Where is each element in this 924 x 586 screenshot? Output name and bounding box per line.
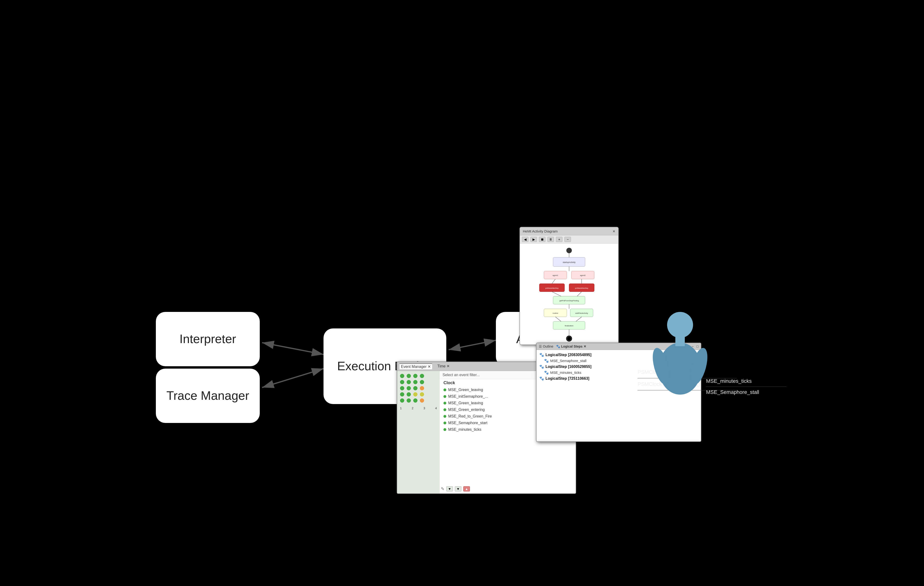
event-dot-5 — [444, 415, 446, 418]
down2-btn[interactable]: ▼ — [455, 486, 461, 492]
dots-row-4 — [400, 392, 437, 397]
dot-yellow-1 — [413, 392, 417, 397]
dot-green-12 — [400, 392, 404, 397]
main-diagram: Execution Engine Interpreter Trace Manag… — [0, 0, 924, 586]
dot-yellow-2 — [420, 392, 424, 397]
event-manager-tab[interactable]: Event Manager ✕ — [399, 363, 432, 369]
dots-row-3 — [400, 386, 437, 391]
right-panel-item-2: MSE_Semaphore_stall — [706, 387, 786, 398]
dot-green-6 — [407, 380, 411, 384]
dot-green-15 — [407, 398, 411, 403]
svg-text:agent2: agent2 — [580, 274, 586, 276]
dot-orange-2 — [420, 398, 424, 403]
svg-line-3 — [262, 369, 323, 387]
dot-green-2 — [407, 374, 411, 378]
activity-window-body: startupActivity agent1 agent2 prdWasteMa… — [520, 243, 618, 344]
activity-window-titlebar: HeMt Activity Diagram ✕ — [520, 227, 618, 235]
activity-window-close[interactable]: ✕ — [612, 229, 615, 233]
svg-point-27 — [567, 337, 571, 340]
dot-green-11 — [413, 386, 417, 391]
dot-green-10 — [407, 386, 411, 391]
filter-placeholder: Select an event filter... — [442, 373, 480, 377]
clock-label: Clock — [444, 381, 455, 385]
time-tab[interactable]: Time ✕ — [436, 363, 451, 369]
event-dot-3 — [444, 402, 446, 404]
event-dot-2 — [444, 395, 446, 398]
activity-window-title: HeMt Activity Diagram — [523, 229, 558, 233]
up-btn[interactable]: ▲ — [463, 486, 470, 492]
activity-window-toolbar: ◀ ▶ ⏹ ⏸ + − — [520, 235, 618, 243]
interpreter-box: Interpreter — [156, 312, 260, 366]
event-dot-7 — [444, 428, 446, 431]
user-svg — [649, 307, 711, 402]
dots-row-5 — [400, 398, 437, 403]
event-dot-1 — [444, 389, 446, 391]
svg-text:prdWasteManStop: prdWasteManStop — [545, 287, 558, 289]
event-dot-4 — [444, 408, 446, 411]
down-btn[interactable]: ▼ — [446, 486, 453, 492]
dot-orange-1 — [420, 386, 424, 391]
trace-manager-box: Trace Manager — [156, 369, 260, 423]
dot-green-13 — [407, 392, 411, 397]
dot-green-1 — [400, 374, 404, 378]
dot-green-5 — [400, 380, 404, 384]
dots-panel: 1 2 3 4 — [397, 371, 440, 494]
svg-text:agent1: agent1 — [553, 274, 558, 276]
svg-text:prdWasteManStop: prdWasteManStop — [575, 287, 588, 289]
svg-point-38 — [667, 312, 693, 338]
dot-green-4 — [420, 374, 424, 378]
toolbar-btn-pause[interactable]: ⏸ — [547, 237, 554, 242]
svg-rect-40 — [675, 337, 685, 346]
toolbar-btn-stop[interactable]: ⏹ — [539, 237, 546, 242]
svg-text:addFilesActivity: addFilesActivity — [575, 312, 588, 314]
logical-steps-tab[interactable]: 🐾 Logical Steps ✕ — [556, 344, 586, 348]
trace-manager-label: Trace Manager — [167, 388, 249, 404]
toolbar-btn-back[interactable]: ◀ — [522, 237, 528, 242]
svg-text:routine: routine — [553, 312, 558, 314]
dot-green-16 — [413, 398, 417, 403]
toolbar-btn-fwd[interactable]: ▶ — [530, 237, 537, 242]
dot-green-3 — [413, 374, 417, 378]
right-panel-item-1: MSE_minutes_ticks — [706, 376, 786, 387]
svg-text:getPrdFromStopFinding: getPrdFromStopFinding — [559, 300, 579, 302]
svg-text:finalization: finalization — [565, 324, 574, 327]
dot-green-9 — [400, 386, 404, 391]
outline-tab[interactable]: ☰ Outline — [539, 344, 553, 348]
toolbar-btn-plus[interactable]: + — [556, 237, 563, 242]
edit-icon[interactable]: ✎ — [441, 486, 444, 492]
timeline-numbers: 1 2 3 4 — [400, 406, 437, 410]
toolbar-btn-minus[interactable]: − — [564, 237, 571, 242]
svg-text:startupActivity: startupActivity — [563, 261, 576, 263]
dot-green-8 — [420, 380, 424, 384]
event-dot-6 — [444, 422, 446, 424]
dots-row-2 — [400, 380, 437, 384]
user-figure — [649, 307, 711, 402]
dot-green-7 — [413, 380, 417, 384]
activity-diagram-window[interactable]: HeMt Activity Diagram ✕ ◀ ▶ ⏹ ⏸ + − star… — [520, 227, 619, 345]
interpreter-label: Interpreter — [180, 331, 236, 347]
svg-line-4 — [449, 340, 496, 350]
dots-row-1 — [400, 374, 437, 378]
arrows-svg — [0, 0, 924, 586]
paw-icon-5: 🐾 — [540, 376, 544, 381]
paw-icon-1: 🐾 — [540, 353, 544, 357]
svg-point-7 — [566, 248, 572, 253]
activity-diagram-svg: startupActivity agent1 agent2 prdWasteMa… — [520, 243, 618, 344]
paw-icon-3: 🐾 — [540, 364, 544, 369]
event-window-bottom-toolbar: ✎ ▼ ▼ ▲ — [441, 486, 470, 492]
svg-line-2 — [262, 343, 323, 354]
paw-icon-4: 🐾 — [544, 370, 549, 375]
right-panel: MSE_minutes_ticks MSE_Semaphore_stall — [706, 376, 786, 398]
dot-green-14 — [400, 398, 404, 403]
paw-icon-2: 🐾 — [544, 358, 549, 363]
